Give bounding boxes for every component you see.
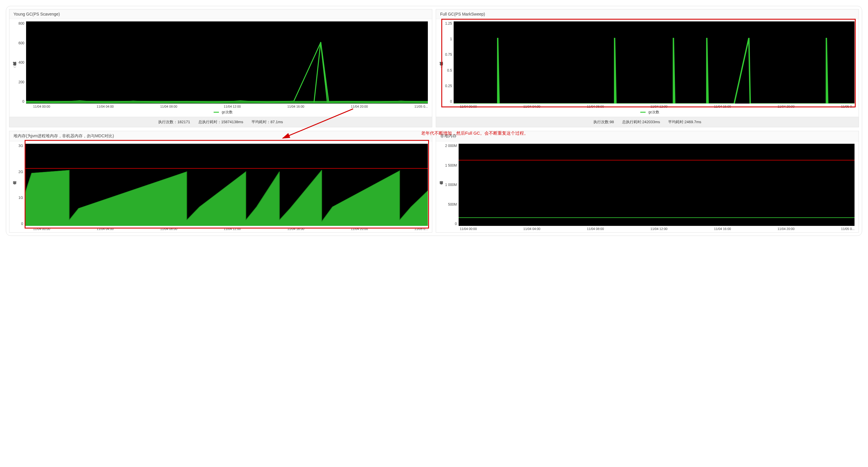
- panel-title: 非堆内存: [436, 131, 859, 141]
- chart-plot-nonheap[interactable]: [459, 144, 855, 226]
- y-axis-ticks: 3G2G 1G0: [19, 144, 25, 226]
- legend-label: gc次数: [222, 110, 233, 114]
- x-axis-ticks: 11/04 00:0011/04 04:0011/04 08:00 11/04 …: [460, 226, 855, 231]
- legend: gc次数: [19, 109, 428, 116]
- panel-title: Full GC(PS MarkSweep): [436, 9, 859, 19]
- panel-title: 堆内存(为jvm进程堆内存，非机器内存，勿与MDC对比): [9, 131, 432, 141]
- y-axis-ticks: 1.251 0.750.5 0.250: [445, 22, 454, 104]
- svg-marker-0: [25, 170, 428, 226]
- dashboard: Young GC(PS Scavenge) 执行次数变化量（次） 800600 …: [6, 6, 862, 236]
- y-axis-ticks: 800600 400200 0: [19, 22, 26, 104]
- panel-heap: 堆内存(为jvm进程堆内存，非机器内存，勿与MDC对比) 堆内存大小 3G2G …: [9, 131, 432, 233]
- stats-bar: 执行次数：182171 总执行耗时：15874138ms 平均耗时：87.1ms: [9, 117, 432, 127]
- panel-title: Young GC(PS Scavenge): [9, 9, 432, 19]
- panel-young-gc: Young GC(PS Scavenge) 执行次数变化量（次） 800600 …: [9, 9, 432, 127]
- y-axis-label: 执行次数变化量（次）: [438, 22, 445, 116]
- y-axis-ticks: 2 000M1 500M 1 000M500M 0: [445, 144, 459, 226]
- y-axis-label: 执行次数变化量（次）: [11, 22, 19, 116]
- x-axis-ticks: 11/04 00:0011/04 04:0011/04 08:00 11/04 …: [33, 104, 428, 109]
- legend-swatch: [640, 112, 646, 113]
- chart-plot-young-gc[interactable]: [26, 22, 428, 104]
- stats-bar: 执行次数:98 总执行耗时:242033ms 平均耗时:2469.7ms: [436, 117, 859, 127]
- panel-nonheap: 非堆内存 非堆内存大小 2 000M1 500M 1 000M500M 0: [436, 131, 859, 233]
- x-axis-ticks: 11/04 00:0011/04 04:0011/04 08:00 11/04 …: [460, 104, 855, 109]
- x-axis-ticks: 11/04 00:0011/04 04:0011/04 08:00 11/04 …: [33, 226, 428, 231]
- panel-full-gc: Full GC(PS MarkSweep) 执行次数变化量（次） 1.251 0…: [436, 9, 859, 127]
- legend: gc次数: [445, 109, 855, 116]
- chart-plot-heap[interactable]: [25, 144, 428, 226]
- legend-label: gc次数: [649, 110, 659, 114]
- y-axis-label: 堆内存大小: [11, 144, 19, 231]
- legend-swatch: [214, 112, 219, 113]
- y-axis-label: 非堆内存大小: [438, 144, 445, 231]
- chart-plot-full-gc[interactable]: [454, 22, 855, 104]
